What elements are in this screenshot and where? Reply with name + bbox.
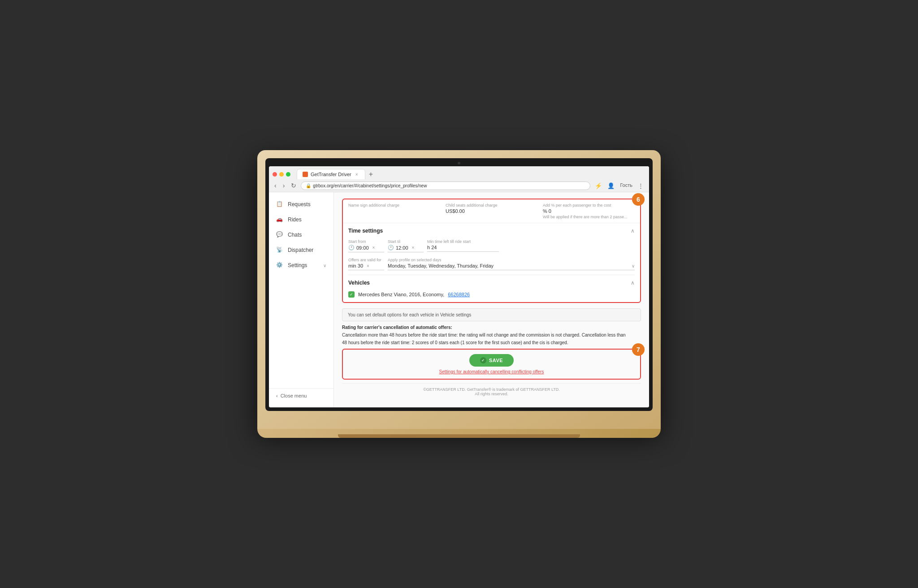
start-from-clear[interactable]: × bbox=[372, 245, 375, 250]
child-seats-value: US$0.00 bbox=[446, 208, 537, 214]
vehicles-collapse[interactable]: ∧ bbox=[631, 280, 635, 286]
save-area: 7 ✓ SAVE Settings for automatically canc… bbox=[342, 349, 641, 380]
extensions-button[interactable]: ⚡ bbox=[593, 182, 604, 190]
passenger-charge-field: Add % per each passenger to the cost % 0… bbox=[543, 203, 635, 219]
sidebar-label-rides: Rides bbox=[288, 216, 302, 223]
lock-icon: 🔒 bbox=[306, 183, 311, 188]
sidebar-item-chats[interactable]: 💬 Chats bbox=[269, 227, 333, 242]
sidebar-label-settings: Settings bbox=[288, 262, 307, 268]
app-layout: 📋 Requests 🚗 Rides 💬 Chats 📡 bbox=[269, 192, 649, 407]
forward-button[interactable]: › bbox=[281, 181, 287, 190]
time-grid-row2: Offers are valid for min 30 × Apply prof… bbox=[343, 257, 640, 275]
minimize-window-button[interactable] bbox=[279, 172, 284, 177]
time-settings-collapse[interactable]: ∧ bbox=[631, 228, 635, 234]
sidebar-label-chats: Chats bbox=[288, 232, 302, 238]
start-til-clear[interactable]: × bbox=[412, 245, 415, 250]
close-menu-button[interactable]: ‹ Close menu bbox=[269, 388, 333, 403]
vehicle-checkbox[interactable]: ✓ bbox=[348, 291, 355, 298]
sidebar-item-requests[interactable]: 📋 Requests bbox=[269, 197, 333, 212]
close-menu-icon: ‹ bbox=[276, 393, 278, 398]
reload-button[interactable]: ↻ bbox=[289, 181, 298, 190]
tab-favicon bbox=[303, 172, 308, 177]
maximize-window-button[interactable] bbox=[286, 172, 290, 177]
min-time-label: Min time left till ride start bbox=[427, 239, 499, 244]
rating-title-text: Rating for carrier's cancellation of aut… bbox=[342, 325, 452, 330]
user-label: Гость bbox=[618, 182, 634, 190]
rating-title: Rating for carrier's cancellation of aut… bbox=[342, 325, 641, 330]
profile-button[interactable]: 👤 bbox=[606, 182, 616, 190]
apply-profile-value[interactable]: Monday, Tuesday, Wednesday, Thursday, Fr… bbox=[388, 263, 632, 268]
time-settings-header: Time settings ∧ bbox=[343, 223, 640, 237]
traffic-lights bbox=[273, 172, 290, 177]
sidebar-item-settings[interactable]: ⚙️ Settings ∨ bbox=[269, 258, 333, 273]
vehicle-name: Mercedes Benz Viano, 2016, Economy, bbox=[358, 292, 444, 297]
laptop-base bbox=[257, 429, 661, 438]
vehicles-title: Vehicles bbox=[348, 280, 370, 286]
rides-icon: 🚗 bbox=[276, 216, 283, 223]
footer-rights: All rights reserved. bbox=[346, 392, 637, 396]
rating-text-2: 48 hours before the ride start time: 2 s… bbox=[342, 340, 641, 345]
vehicles-list: ✓ Mercedes Benz Viano, 2016, Economy, 66… bbox=[343, 289, 640, 302]
sidebar-label-requests: Requests bbox=[288, 201, 311, 208]
start-til-value[interactable]: 12:00 bbox=[396, 245, 408, 251]
offers-valid-clear[interactable]: × bbox=[367, 264, 369, 268]
info-box: You can set default options for each veh… bbox=[342, 308, 641, 321]
start-from-value[interactable]: 09:00 bbox=[356, 245, 369, 251]
vehicle-item: ✓ Mercedes Benz Viano, 2016, Economy, 66… bbox=[348, 291, 635, 298]
vehicle-link[interactable]: 66268826 bbox=[448, 292, 470, 297]
dispatcher-icon: 📡 bbox=[276, 246, 283, 254]
child-seats-label: Child seats additional charge bbox=[446, 203, 537, 208]
sidebar-label-dispatcher: Dispatcher bbox=[288, 247, 313, 253]
min-time-value[interactable]: h 24 bbox=[427, 245, 437, 250]
passenger-charge-value: % 0 bbox=[543, 208, 635, 214]
save-check-icon: ✓ bbox=[480, 357, 486, 363]
main-content: 6 Name sign additional charge Child seat… bbox=[334, 192, 649, 407]
start-from-label: Start from bbox=[348, 239, 384, 244]
sidebar: 📋 Requests 🚗 Rides 💬 Chats 📡 bbox=[269, 192, 334, 407]
sidebar-item-rides[interactable]: 🚗 Rides bbox=[269, 212, 333, 227]
sidebar-item-dispatcher[interactable]: 📡 Dispatcher bbox=[269, 242, 333, 258]
passenger-charge-label: Add % per each passenger to the cost bbox=[543, 203, 635, 208]
footer: ©GETTRANSFER LTD. GetTransfer® is tradem… bbox=[342, 383, 641, 400]
time-grid: Start from 🕐 09:00 × Start til bbox=[343, 237, 640, 257]
days-dropdown-icon[interactable]: ∨ bbox=[632, 264, 635, 268]
requests-icon: 📋 bbox=[276, 201, 283, 208]
settings-icon: ⚙️ bbox=[276, 262, 283, 269]
offers-valid-value[interactable]: min 30 bbox=[348, 263, 363, 268]
rating-text-1: Cancellation more than 48 hours before t… bbox=[342, 333, 641, 337]
footer-copyright: ©GETTRANSFER LTD. GetTransfer® is tradem… bbox=[346, 387, 637, 392]
address-bar[interactable]: 🔒 gtrbox.org/en/carrier/#/cabinet/settin… bbox=[301, 182, 590, 190]
offers-valid-label: Offers are valid for bbox=[348, 258, 384, 262]
browser-actions: ⚡ 👤 Гость ⋮ bbox=[593, 182, 645, 190]
back-button[interactable]: ‹ bbox=[273, 181, 278, 190]
chats-icon: 💬 bbox=[276, 231, 283, 238]
offers-valid-field: Offers are valid for min 30 × bbox=[348, 258, 384, 270]
child-seats-field: Child seats additional charge US$0.00 bbox=[446, 203, 537, 219]
step-6-badge: 6 bbox=[632, 193, 645, 206]
passenger-charge-note: Will be applied if there are more than 2… bbox=[543, 215, 635, 219]
tab-bar: GetTransfer Driver × + bbox=[269, 166, 649, 179]
close-window-button[interactable] bbox=[273, 172, 277, 177]
new-tab-button[interactable]: + bbox=[367, 170, 375, 178]
menu-button[interactable]: ⋮ bbox=[636, 182, 645, 190]
tab-title: GetTransfer Driver bbox=[311, 172, 351, 177]
vehicles-header: Vehicles ∧ bbox=[343, 275, 640, 289]
apply-profile-label: Apply profile on selected days bbox=[388, 258, 635, 262]
close-menu-label: Close menu bbox=[281, 393, 307, 398]
url-text: gtrbox.org/en/carrier/#/cabinet/settings… bbox=[313, 183, 427, 188]
settings-chevron-icon: ∨ bbox=[323, 263, 326, 268]
save-button[interactable]: ✓ SAVE bbox=[469, 354, 514, 367]
charge-row: Name sign additional charge Child seats … bbox=[343, 199, 640, 223]
min-time-field: Min time left till ride start h 24 bbox=[427, 239, 499, 252]
cancel-conflicting-link[interactable]: Settings for automatically cancelling co… bbox=[439, 369, 544, 374]
price-profile-settings-box: 6 Name sign additional charge Child seat… bbox=[342, 199, 641, 303]
clock-icon-start: 🕐 bbox=[348, 245, 355, 251]
start-til-field: Start til 🕐 12:00 × bbox=[388, 239, 424, 252]
info-text: You can set default options for each veh… bbox=[348, 312, 471, 317]
name-sign-field: Name sign additional charge bbox=[348, 203, 440, 219]
step-7-badge: 7 bbox=[632, 343, 645, 356]
active-tab[interactable]: GetTransfer Driver × bbox=[297, 169, 365, 179]
start-from-field: Start from 🕐 09:00 × bbox=[348, 239, 384, 252]
address-bar-row: ‹ › ↻ 🔒 gtrbox.org/en/carrier/#/cabinet/… bbox=[269, 179, 649, 192]
tab-close-button[interactable]: × bbox=[354, 172, 359, 177]
